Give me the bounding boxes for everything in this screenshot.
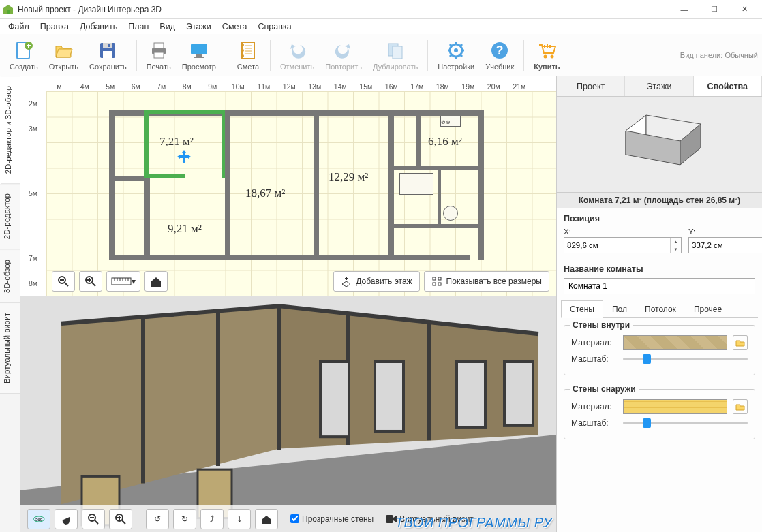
- wall[interactable]: [109, 176, 150, 181]
- zoom-in-3d-button[interactable]: [109, 509, 132, 529]
- menu-plan[interactable]: План: [123, 20, 154, 33]
- subtab-ceiling[interactable]: Потолок: [636, 300, 685, 318]
- menu-floors[interactable]: Этажи: [181, 20, 217, 33]
- room-title: Комната 7,21 м² (площадь стен 26,85 м²): [557, 192, 762, 208]
- inner-material-swatch[interactable]: [623, 335, 727, 350]
- preview-button[interactable]: Просмотр: [177, 38, 222, 72]
- wall-selected[interactable]: [144, 110, 226, 114]
- room-name-input[interactable]: [564, 278, 755, 294]
- tab-floors[interactable]: Этажи: [625, 76, 693, 96]
- duplicate-button[interactable]: Дублировать: [367, 38, 423, 72]
- wall[interactable]: [388, 110, 394, 259]
- tab-properties[interactable]: Свойства: [694, 76, 762, 96]
- subtab-floor[interactable]: Пол: [603, 300, 636, 318]
- print-button[interactable]: Печать: [141, 38, 177, 72]
- wall[interactable]: [438, 170, 441, 224]
- zoom-in-button[interactable]: [79, 271, 102, 292]
- redo-button[interactable]: Повторить: [320, 38, 367, 72]
- inner-material-browse[interactable]: [733, 335, 748, 350]
- view-3d-canvas[interactable]: 360 ↺ ↻ ⤴ ⤵ Прозрачные стены Виртуальный…: [20, 296, 556, 532]
- subtab-walls[interactable]: Стены: [561, 300, 603, 318]
- outer-material-swatch[interactable]: [623, 399, 727, 414]
- close-button[interactable]: ✕: [729, 0, 759, 19]
- room-area-label: 6,16 м²: [428, 135, 462, 148]
- wall[interactable]: [109, 255, 470, 260]
- wall[interactable]: [478, 110, 484, 260]
- wall[interactable]: [394, 224, 483, 228]
- outer-scale-slider[interactable]: [623, 422, 748, 424]
- new-button[interactable]: Создать: [4, 38, 44, 72]
- furniture-bath[interactable]: [399, 173, 433, 195]
- svg-rect-42: [504, 362, 533, 426]
- tutorial-button[interactable]: ?Учебник: [480, 38, 519, 72]
- inner-scale-slider[interactable]: [623, 358, 748, 360]
- subtab-other[interactable]: Прочее: [685, 300, 731, 318]
- svg-point-25: [551, 54, 554, 58]
- add-floor-button[interactable]: Добавить этаж: [333, 271, 419, 292]
- measure-button[interactable]: ▾: [106, 271, 140, 292]
- tab-project[interactable]: Проект: [557, 76, 625, 96]
- outer-material-browse[interactable]: [733, 399, 748, 414]
- furniture-toilet[interactable]: [443, 206, 458, 221]
- svg-text:?: ?: [496, 44, 504, 57]
- svg-rect-39: [320, 362, 349, 437]
- wall[interactable]: [225, 110, 230, 259]
- menu-view[interactable]: Вид: [154, 20, 181, 33]
- room-3d-preview: [557, 97, 762, 192]
- svg-point-17: [241, 54, 244, 57]
- tilt-down-button[interactable]: ⤵: [228, 509, 251, 529]
- svg-point-16: [241, 49, 244, 52]
- panel-view-switch[interactable]: Вид панели: Обычный: [680, 51, 758, 59]
- minimize-button[interactable]: —: [669, 0, 699, 19]
- watermark: ТВОИ ПРОГРАММЫ РУ: [395, 515, 552, 531]
- menu-file[interactable]: Файл: [3, 20, 35, 33]
- furniture-stove[interactable]: ⊚⊚: [440, 116, 461, 127]
- maximize-button[interactable]: ☐: [699, 0, 729, 19]
- menu-add[interactable]: Добавить: [74, 20, 123, 33]
- undo-button[interactable]: Отменить: [275, 38, 320, 72]
- wall-selected[interactable]: [144, 110, 149, 178]
- view-3d-toolbar: 360 ↺ ↻ ⤴ ⤵ Прозрачные стены Виртуальный…: [20, 505, 556, 532]
- wall[interactable]: [416, 110, 421, 170]
- menu-estimate[interactable]: Смета: [217, 20, 253, 33]
- menu-help[interactable]: Справка: [253, 20, 297, 33]
- zoom-out-3d-button[interactable]: [82, 509, 105, 529]
- pan-button[interactable]: [55, 509, 78, 529]
- rot-cw-button[interactable]: ↻: [173, 509, 196, 529]
- svg-rect-33: [433, 283, 436, 285]
- wall-selected[interactable]: [144, 174, 185, 178]
- estimate-button[interactable]: Смета: [230, 38, 266, 72]
- home-button[interactable]: [144, 271, 168, 292]
- wall[interactable]: [144, 176, 150, 260]
- x-field[interactable]: ▲▼: [564, 237, 682, 253]
- svg-rect-5: [103, 43, 112, 48]
- svg-rect-13: [194, 57, 204, 58]
- svg-point-21: [454, 48, 458, 52]
- orbit-button[interactable]: 360: [27, 509, 50, 529]
- transparent-walls-checkbox[interactable]: Прозрачные стены: [290, 514, 374, 524]
- show-dimensions-button[interactable]: Показывать все размеры: [424, 271, 549, 292]
- svg-point-24: [544, 54, 547, 58]
- titlebar: Новый проект - Дизайн Интерьера 3D — ☐ ✕: [0, 0, 762, 19]
- tab-3d[interactable]: 3D-обзор: [0, 250, 20, 303]
- tilt-up-button[interactable]: ⤴: [200, 509, 224, 529]
- zoom-out-button[interactable]: [52, 271, 75, 292]
- tab-virtual[interactable]: Виртуальный визит: [0, 303, 20, 394]
- tab-2d-3d[interactable]: 2D-редактор и 3D-обзор: [0, 76, 20, 184]
- save-button[interactable]: Сохранить: [84, 38, 132, 72]
- wall[interactable]: [109, 110, 115, 260]
- plan-2d-canvas[interactable]: 2м3м5м7м8м ⊚⊚: [20, 91, 556, 296]
- rot-ccw-button[interactable]: ↺: [146, 509, 169, 529]
- reset-view-button[interactable]: [255, 509, 278, 529]
- y-field[interactable]: ▲▼: [688, 237, 762, 253]
- buy-button[interactable]: Купить: [528, 38, 565, 72]
- tab-2d[interactable]: 2D-редактор: [0, 184, 20, 249]
- svg-rect-27: [180, 155, 188, 158]
- svg-rect-12: [196, 54, 202, 57]
- open-button[interactable]: Открыть: [44, 38, 84, 72]
- move-handle-icon[interactable]: [177, 150, 191, 163]
- wall[interactable]: [314, 110, 319, 259]
- svg-rect-31: [433, 277, 436, 280]
- menu-edit[interactable]: Правка: [35, 20, 74, 33]
- settings-button[interactable]: Настройки: [432, 38, 480, 72]
